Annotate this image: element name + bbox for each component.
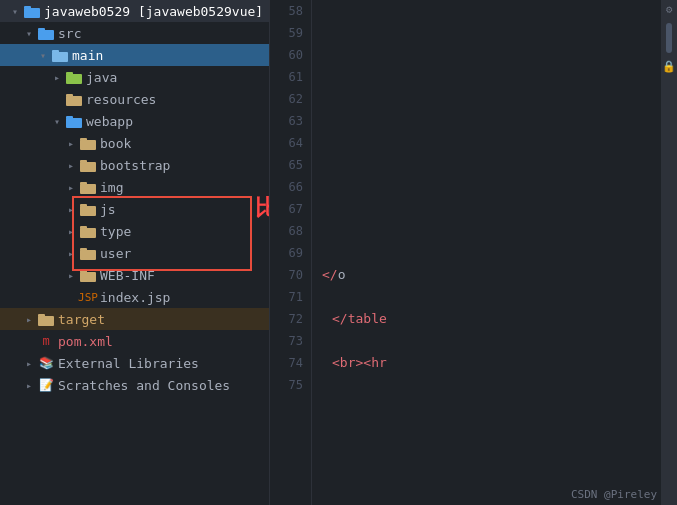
arrow-icon (64, 224, 78, 238)
sidebar-item-target[interactable]: target (0, 308, 269, 330)
line-71: 71 (289, 286, 303, 308)
sidebar-item-resources[interactable]: resources (0, 88, 269, 110)
bootstrap-label: bootstrap (100, 158, 170, 173)
arrow-icon (22, 312, 36, 326)
sidebar-item-js[interactable]: js (0, 198, 269, 220)
editor-scrollbar[interactable]: ⚙ 🔒 (661, 0, 677, 505)
arrow-icon (36, 48, 50, 62)
sidebar-item-project-root[interactable]: javaweb0529 [javaweb0529vue] D:\Myprojec… (0, 0, 269, 22)
arrow-icon (50, 70, 64, 84)
line-63: 63 (289, 110, 303, 132)
type-label: type (100, 224, 131, 239)
svg-rect-2 (38, 30, 54, 40)
line-65: 65 (289, 154, 303, 176)
code-line-62 (322, 88, 661, 110)
line-68: 68 (289, 220, 303, 242)
arrow-icon (64, 136, 78, 150)
svg-rect-1 (24, 6, 31, 9)
code-line-72: </table (322, 308, 661, 330)
line-61: 61 (289, 66, 303, 88)
indexjsp-label: index.jsp (100, 290, 170, 305)
resources-folder-icon (66, 91, 82, 107)
svg-rect-11 (66, 116, 73, 119)
arrow-icon (64, 158, 78, 172)
sidebar-item-book[interactable]: book (0, 132, 269, 154)
code-line-71 (322, 286, 661, 308)
webinf-label: WEB-INF (100, 268, 155, 283)
sidebar-item-scratches[interactable]: 📝 Scratches and Consoles (0, 374, 269, 396)
code-line-63 (322, 110, 661, 132)
sidebar-item-pomxml[interactable]: m pom.xml (0, 330, 269, 352)
svg-rect-6 (66, 74, 82, 84)
watermark: CSDN @Pireley (571, 486, 657, 501)
code-line-67 (322, 198, 661, 220)
sidebar-item-webapp[interactable]: webapp (0, 110, 269, 132)
user-label: user (100, 246, 131, 261)
line-69: 69 (289, 242, 303, 264)
svg-rect-3 (38, 28, 45, 31)
svg-rect-23 (80, 248, 87, 251)
arrow-icon (64, 180, 78, 194)
svg-rect-10 (66, 118, 82, 128)
book-folder-icon (80, 135, 96, 151)
svg-rect-21 (80, 226, 87, 229)
project-folder-icon (24, 3, 40, 19)
line-60: 60 (289, 44, 303, 66)
line-67: 67 (289, 198, 303, 220)
resources-label: resources (86, 92, 156, 107)
sidebar-item-src[interactable]: src (0, 22, 269, 44)
line-59: 59 (289, 22, 303, 44)
sidebar-item-java[interactable]: java (0, 66, 269, 88)
code-line-73 (322, 330, 661, 352)
code-line-58 (322, 0, 661, 22)
svg-rect-22 (80, 250, 96, 260)
arrow-icon (64, 246, 78, 260)
arrow-icon (64, 268, 78, 282)
main-folder-icon (52, 47, 68, 63)
code-line-69 (322, 242, 661, 264)
pom-file-icon: m (38, 333, 54, 349)
line-75: 75 (289, 374, 303, 396)
code-area[interactable]: </o </table <br><hr (312, 0, 661, 505)
java-label: java (86, 70, 117, 85)
line-number-gutter: 58 59 60 61 62 63 64 65 66 67 68 69 70 7… (270, 0, 312, 505)
webapp-label: webapp (86, 114, 133, 129)
svg-rect-7 (66, 72, 73, 75)
line-62: 62 (289, 88, 303, 110)
sidebar-item-indexjsp[interactable]: JSP index.jsp (0, 286, 269, 308)
sidebar-item-webinf[interactable]: WEB-INF (0, 264, 269, 286)
sidebar-item-bootstrap[interactable]: bootstrap (0, 154, 269, 176)
sidebar-item-extlibs[interactable]: 📚 External Libraries (0, 352, 269, 374)
webinf-folder-icon (80, 267, 96, 283)
svg-rect-18 (80, 206, 96, 216)
scratches-label: Scratches and Consoles (58, 378, 230, 393)
scrollbar-thumb[interactable] (666, 23, 672, 53)
line-70: 70 (289, 264, 303, 286)
code-line-66 (322, 176, 661, 198)
java-folder-icon (66, 69, 82, 85)
scroll-down-icon[interactable]: 🔒 (662, 60, 676, 73)
project-root-label: javaweb0529 [javaweb0529vue] D:\Myprojec… (44, 4, 270, 19)
js-label: js (100, 202, 116, 217)
svg-rect-25 (80, 270, 87, 273)
gear-scroll-icon[interactable]: ⚙ (666, 3, 673, 16)
sidebar-item-main[interactable]: main (0, 44, 269, 66)
js-folder-icon (80, 201, 96, 217)
code-line-64 (322, 132, 661, 154)
editor-panel: 58 59 60 61 62 63 64 65 66 67 68 69 70 7… (270, 0, 677, 505)
svg-rect-5 (52, 50, 59, 53)
svg-rect-14 (80, 162, 96, 172)
sidebar-item-type[interactable]: type (0, 220, 269, 242)
jsp-file-icon: JSP (80, 289, 96, 305)
extlibs-label: External Libraries (58, 356, 199, 371)
sidebar: javaweb0529 [javaweb0529vue] D:\Myprojec… (0, 0, 270, 505)
sidebar-item-img[interactable]: img (0, 176, 269, 198)
line-58: 58 (289, 0, 303, 22)
line-66: 66 (289, 176, 303, 198)
extlibs-icon: 📚 (38, 355, 54, 371)
img-folder-icon (80, 179, 96, 195)
code-line-68 (322, 220, 661, 242)
sidebar-item-user[interactable]: user (0, 242, 269, 264)
code-line-75 (322, 374, 661, 396)
svg-rect-12 (80, 140, 96, 150)
